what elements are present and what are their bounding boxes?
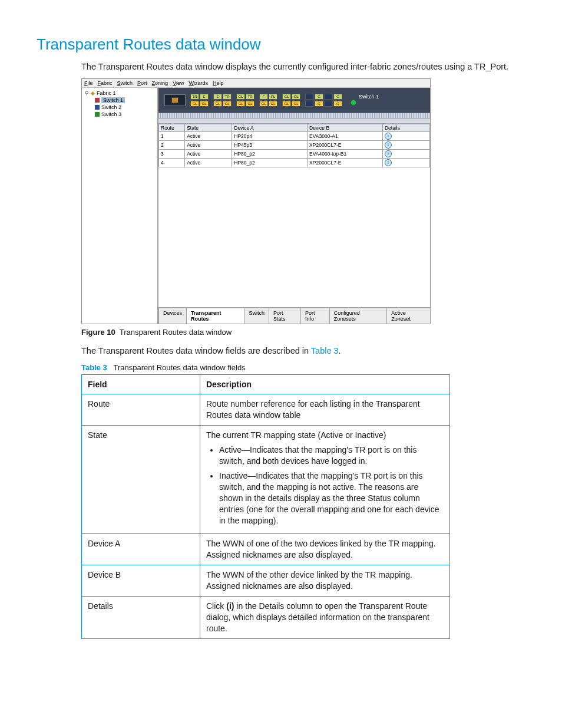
text: The Transparent Routes data window field… — [81, 346, 311, 355]
tabstrip: DevicesTransparent RoutesSwitchPort Stat… — [158, 307, 430, 324]
menu-item[interactable]: Switch — [117, 80, 133, 86]
menu-item[interactable]: Help — [213, 80, 224, 86]
port-strip: TREGLGLETRGLGLGLTRGLGLFFLGLGLGLGLGLGLGGG… — [158, 88, 430, 113]
tree-root[interactable]: Fabric 1 — [97, 90, 116, 96]
port-box[interactable]: TR — [190, 94, 199, 100]
port-box[interactable]: GL — [292, 101, 300, 107]
port-group: ETRGLGL — [213, 94, 232, 107]
menu-item[interactable]: Fabric — [98, 80, 113, 86]
port-box[interactable]: GL — [259, 101, 268, 107]
table-row[interactable]: 3ActiveHP80_p2EVA4000-top-B1i — [159, 150, 430, 159]
port-box[interactable] — [324, 94, 333, 100]
switch-label: Switch 1 — [359, 94, 379, 100]
menu-item[interactable]: Zoning — [152, 80, 168, 86]
port-box[interactable]: G — [333, 101, 342, 107]
port-box[interactable]: GL — [190, 101, 199, 107]
cell: XP2000CL7-E — [308, 159, 383, 167]
text: . — [339, 346, 341, 355]
port-box[interactable]: TR — [223, 94, 232, 100]
table-row[interactable]: 2ActiveHP45p3XP2000CL7-Ei — [159, 141, 430, 150]
port-box[interactable]: G — [315, 94, 323, 100]
table-link[interactable]: Table 3 — [311, 346, 339, 355]
cell: HP20p4 — [232, 132, 308, 141]
info-icon[interactable]: i — [385, 133, 392, 140]
field-table: FieldDescription RouteRoute number refer… — [81, 374, 450, 639]
table-row[interactable]: 4ActiveHP80_p2XP2000CL7-Ei — [159, 159, 430, 167]
table-caption: Table 3 Transparent Routes data window f… — [81, 363, 525, 372]
port-box[interactable]: E — [200, 94, 209, 100]
port-box[interactable] — [305, 101, 314, 107]
intro-paragraph: The Transparent Routes data window displ… — [81, 61, 525, 73]
field-name: Route — [82, 394, 200, 426]
port-box[interactable] — [305, 94, 314, 100]
tab-switch[interactable]: Switch — [244, 308, 270, 324]
port-box[interactable]: GL — [269, 101, 277, 107]
figure-caption: Figure 10 Transparent Routes data window — [81, 328, 525, 337]
details-cell: i — [382, 132, 429, 141]
field-desc: The WWN of the other device linked by th… — [200, 565, 450, 597]
port-box[interactable]: GL — [282, 94, 291, 100]
list-item: Active—Indicates that the mapping's TR p… — [219, 444, 444, 467]
cell: 4 — [159, 159, 185, 167]
port-box[interactable]: F — [259, 94, 268, 100]
menu-item[interactable]: Port — [137, 80, 147, 86]
port-box[interactable]: GL — [236, 101, 245, 107]
tab-devices[interactable]: Devices — [158, 308, 187, 324]
port-box[interactable]: GL — [200, 101, 209, 107]
table-row[interactable]: 1ActiveHP20p4EVA3000-A1i — [159, 132, 430, 141]
blank-area — [158, 167, 430, 307]
menu-item[interactable]: View — [173, 80, 184, 86]
routes-table: RouteStateDevice ADevice BDetails 1Activ… — [158, 124, 430, 167]
switch-color-icon — [95, 105, 100, 110]
cell: Active — [185, 150, 232, 159]
cell: EVA3000-A1 — [308, 132, 383, 141]
fabric-icon: ◆ — [91, 90, 95, 96]
routes-header[interactable]: State — [185, 124, 232, 132]
routes-header[interactable]: Device B — [308, 124, 383, 132]
fieldtable-row: DetailsClick (i) in the Details column t… — [82, 596, 450, 638]
cell: HP45p3 — [232, 141, 308, 150]
port-box[interactable]: GL — [292, 94, 300, 100]
details-cell: i — [382, 159, 429, 167]
port-box[interactable]: TR — [246, 94, 254, 100]
switch-color-icon — [95, 98, 100, 103]
info-icon[interactable]: i — [385, 159, 392, 166]
port-group: TREGLGL — [190, 94, 209, 107]
table-label: Table 3 — [81, 363, 107, 372]
port-box[interactable]: GL — [282, 101, 291, 107]
routes-header[interactable]: Route — [159, 124, 185, 132]
tree-item[interactable]: Switch 2 — [101, 104, 121, 110]
routes-header[interactable]: Device A — [232, 124, 308, 132]
menu-item[interactable]: File — [84, 80, 93, 86]
section-title: Transparent Routes data window — [37, 35, 525, 54]
tab-port-stats[interactable]: Port Stats — [269, 308, 301, 324]
tab-active-zoneset[interactable]: Active Zoneset — [386, 308, 431, 324]
cell: HP80_p2 — [232, 150, 308, 159]
port-box[interactable]: GL — [213, 101, 222, 107]
port-group: GLGLGLGL — [282, 94, 300, 107]
tab-transparent-routes[interactable]: Transparent Routes — [186, 308, 244, 324]
port-box[interactable]: G — [315, 101, 323, 107]
routes-header[interactable]: Details — [382, 124, 429, 132]
tab-configured-zonesets[interactable]: Configured Zonesets — [329, 308, 388, 324]
field-desc: Route number reference for each listing … — [200, 394, 450, 426]
info-icon[interactable]: i — [385, 141, 392, 149]
cell: 3 — [159, 150, 185, 159]
port-box[interactable]: GL — [236, 94, 245, 100]
port-box[interactable]: FL — [269, 94, 277, 100]
figure-text: Transparent Routes data window — [120, 328, 232, 337]
port-box[interactable]: GL — [246, 101, 254, 107]
port-box[interactable]: E — [213, 94, 222, 100]
field-desc: The WWN of one of the two devices linked… — [200, 534, 450, 565]
menu-item[interactable]: Wizards — [189, 80, 208, 86]
port-box[interactable]: GL — [223, 101, 232, 107]
port-box[interactable] — [324, 101, 333, 107]
port-box[interactable]: G — [333, 94, 342, 100]
info-icon[interactable]: i — [385, 150, 392, 157]
tab-port-info[interactable]: Port Info — [300, 308, 330, 324]
menubar: FileFabricSwitchPortZoningViewWizardsHel… — [82, 79, 430, 88]
tree-item[interactable]: Switch 3 — [101, 111, 121, 117]
switch-color-icon — [95, 112, 100, 117]
field-name: State — [82, 426, 200, 534]
tree-item[interactable]: Switch 1 — [101, 97, 125, 103]
